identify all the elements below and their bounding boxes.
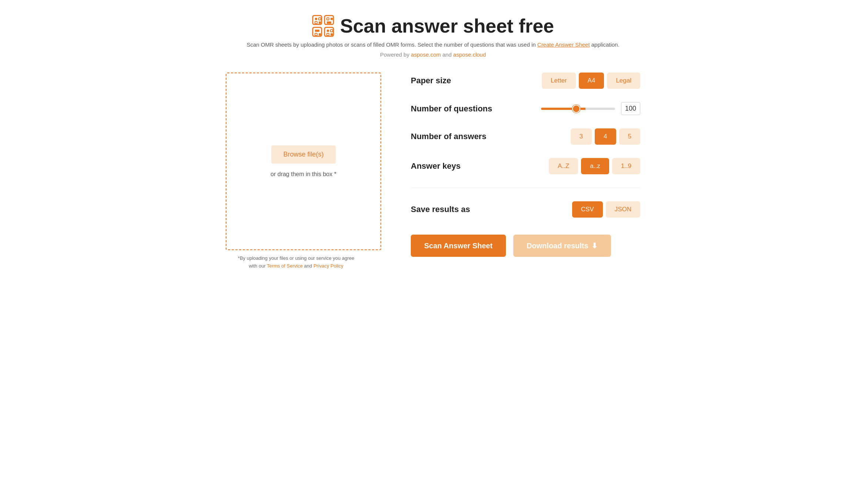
main-content: Browse file(s) or drag them in this box …: [226, 73, 640, 270]
privacy-link[interactable]: Privacy Policy: [313, 263, 343, 269]
svg-rect-4: [319, 21, 321, 24]
answer-keys-numeric[interactable]: 1..9: [612, 158, 640, 174]
svg-rect-7: [330, 18, 333, 20]
svg-rect-10: [315, 30, 319, 32]
num-answers-group: 3 4 5: [571, 128, 640, 145]
svg-rect-3: [315, 21, 317, 24]
num-answers-label: Number of answers: [411, 132, 492, 141]
drag-text: or drag them in this box *: [271, 171, 336, 178]
answers-5[interactable]: 5: [619, 128, 640, 145]
page-title: Scan answer sheet free: [340, 15, 554, 37]
svg-rect-16: [327, 33, 329, 36]
num-questions-slider[interactable]: [541, 108, 615, 110]
create-answer-sheet-link[interactable]: Create Answer Sheet: [537, 41, 590, 48]
svg-rect-15: [330, 30, 333, 32]
upload-section: Browse file(s) or drag them in this box …: [226, 73, 381, 270]
aspose-cloud-link[interactable]: aspose.cloud: [453, 51, 486, 58]
upload-dropzone[interactable]: Browse file(s) or drag them in this box …: [226, 73, 381, 250]
omr-icon: [312, 15, 334, 37]
download-icon: ⬇: [591, 241, 598, 250]
svg-rect-2: [319, 18, 321, 20]
answer-keys-az-upper[interactable]: A..Z: [549, 158, 578, 174]
save-csv[interactable]: CSV: [572, 201, 603, 218]
num-questions-value: 100: [621, 102, 640, 115]
num-questions-label: Number of questions: [411, 104, 492, 114]
divider: [411, 188, 640, 188]
save-json[interactable]: JSON: [606, 201, 640, 218]
paper-size-label: Paper size: [411, 76, 492, 85]
svg-rect-17: [330, 33, 333, 36]
num-questions-row: Number of questions 100: [411, 102, 640, 115]
paper-size-group: Letter A4 Legal: [542, 73, 640, 89]
page-header: Scan answer sheet free Scan OMR sheets b…: [226, 15, 640, 58]
download-results-button[interactable]: Download results ⬇: [513, 235, 611, 257]
answers-3[interactable]: 3: [571, 128, 592, 145]
paper-size-row: Paper size Letter A4 Legal: [411, 73, 640, 89]
answer-keys-label: Answer keys: [411, 161, 492, 171]
action-buttons: Scan Answer Sheet Download results ⬇: [411, 235, 640, 257]
answer-keys-az-lower[interactable]: a..z: [581, 158, 609, 174]
settings-section: Paper size Letter A4 Legal Number of que…: [411, 73, 640, 257]
svg-rect-14: [327, 30, 329, 32]
powered-by: Powered by aspose.com and aspose.cloud: [226, 51, 640, 58]
num-answers-row: Number of answers 3 4 5: [411, 128, 640, 145]
svg-rect-11: [315, 33, 317, 36]
save-results-label: Save results as: [411, 205, 492, 214]
paper-size-legal[interactable]: Legal: [607, 73, 640, 89]
paper-size-letter[interactable]: Letter: [542, 73, 575, 89]
paper-size-a4[interactable]: A4: [579, 73, 604, 89]
num-questions-slider-container: 100: [541, 102, 640, 115]
answer-keys-group: A..Z a..z 1..9: [549, 158, 640, 174]
svg-rect-6: [327, 18, 329, 20]
answers-4[interactable]: 4: [595, 128, 616, 145]
upload-notice: *By uploading your files or using our se…: [226, 255, 366, 270]
scan-answer-sheet-button[interactable]: Scan Answer Sheet: [411, 235, 506, 257]
answer-keys-row: Answer keys A..Z a..z 1..9: [411, 158, 640, 174]
svg-rect-12: [319, 33, 321, 36]
browse-files-button[interactable]: Browse file(s): [271, 145, 335, 164]
save-results-group: CSV JSON: [572, 201, 640, 218]
terms-link[interactable]: Terms of Service: [267, 263, 303, 269]
svg-rect-8: [327, 21, 331, 24]
save-results-row: Save results as CSV JSON: [411, 201, 640, 218]
svg-rect-1: [315, 18, 317, 20]
aspose-com-link[interactable]: aspose.com: [411, 51, 441, 58]
header-subtitle: Scan OMR sheets by uploading photos or s…: [226, 41, 640, 48]
